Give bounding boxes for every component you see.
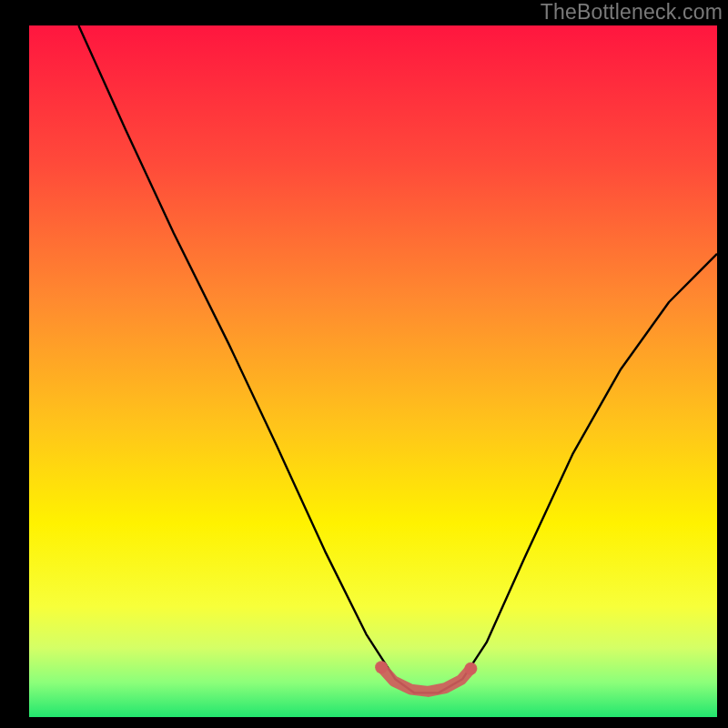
highlight-endcap [464,662,477,675]
watermark-label: TheBottleneck.com [541,0,723,25]
plot-background [29,25,717,717]
highlight-endcap [375,661,388,673]
bottleneck-curve-chart [0,0,728,728]
